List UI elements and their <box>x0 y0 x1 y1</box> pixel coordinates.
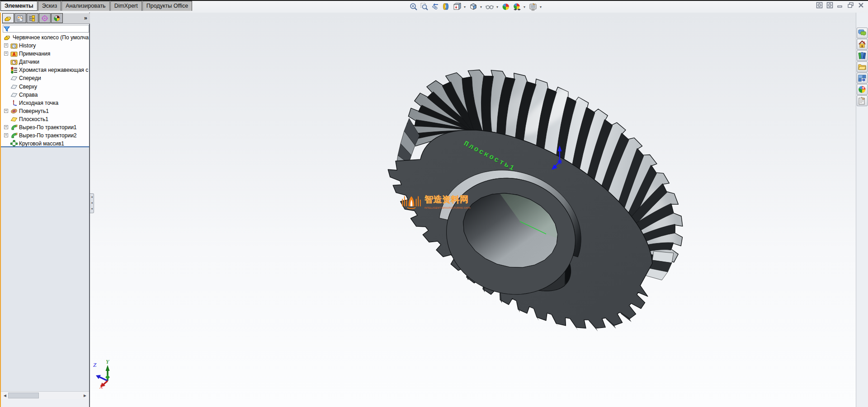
svg-text:Y: Y <box>106 359 110 365</box>
svg-text:Z: Z <box>93 361 97 368</box>
svg-text:A: A <box>12 52 15 57</box>
